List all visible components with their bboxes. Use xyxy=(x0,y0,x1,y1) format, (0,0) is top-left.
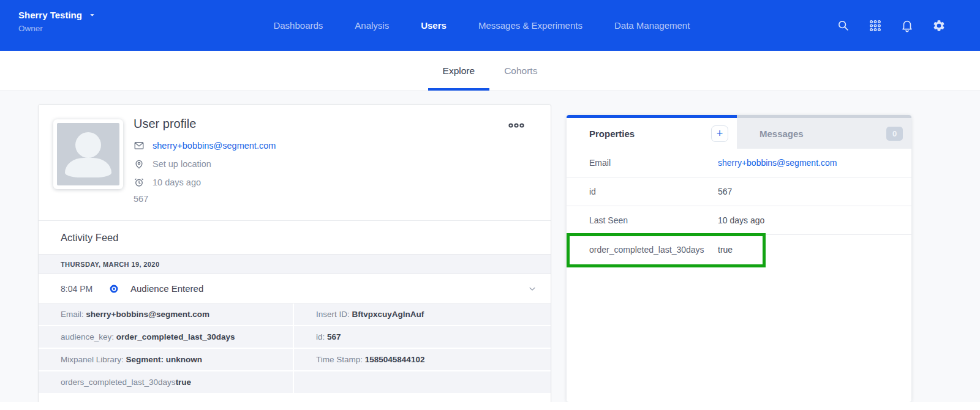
property-row-last-seen: Last Seen 10 days ago xyxy=(567,206,911,235)
project-role: Owner xyxy=(18,24,96,33)
avatar-silhouette-head xyxy=(75,132,101,158)
property-row-email: Email sherry+bobbins@segment.com xyxy=(567,149,911,177)
activity-feed-header: Activity Feed xyxy=(39,220,551,255)
nav-messages-experiments[interactable]: Messages & Experiments xyxy=(478,20,582,31)
detail-cell-insert-id: Insert ID: BftvpxcuyAglnAuf xyxy=(294,304,551,325)
nav-users[interactable]: Users xyxy=(421,20,447,31)
location-pin-icon xyxy=(134,158,145,170)
tab-messages-label: Messages xyxy=(760,129,804,139)
profile-distinct-id: 567 xyxy=(134,194,276,204)
properties-card: Properties + Messages 0 Email sherry+bob… xyxy=(567,115,911,402)
nav-dashboards[interactable]: Dashboards xyxy=(273,20,323,31)
profile-last-seen: 10 days ago xyxy=(153,177,201,187)
project-switcher[interactable]: Sherry Testing Owner xyxy=(18,10,96,33)
detail-cell-mixpanel-library: Mixpanel Library: Segment: unknown xyxy=(39,349,293,370)
detail-cell-audience-key: audience_key: order_completed_last_30day… xyxy=(39,326,293,348)
nav-data-management[interactable]: Data Management xyxy=(614,20,690,31)
page-title: User profile xyxy=(134,117,276,131)
tab-cohorts[interactable]: Cohorts xyxy=(489,51,552,91)
tab-explore-label: Explore xyxy=(443,65,475,76)
detail-cell-id: id: 567 xyxy=(294,326,551,348)
tab-explore[interactable]: Explore xyxy=(428,51,490,91)
main-nav: Dashboards Analysis Users Messages & Exp… xyxy=(273,0,690,51)
tab-properties-label: Properties xyxy=(589,129,635,139)
set-up-location[interactable]: Set up location xyxy=(153,159,211,169)
settings-gear-icon[interactable] xyxy=(932,19,946,32)
user-profile-card: User profile sherry+bobbins@segment.com xyxy=(38,104,551,410)
add-property-button[interactable]: + xyxy=(711,125,728,142)
header-icons xyxy=(837,0,946,51)
detail-cell-email: Email: sherry+bobbins@segment.com xyxy=(39,304,293,325)
detail-cell-timestamp: Time Stamp: 1585045844102 xyxy=(294,349,551,370)
more-options-icon[interactable] xyxy=(508,122,525,129)
app-header: Sherry Testing Owner Dashboards Analysis… xyxy=(0,0,980,51)
search-icon[interactable] xyxy=(837,19,850,32)
content-area: User profile sherry+bobbins@segment.com xyxy=(0,91,980,410)
detail-cell-empty xyxy=(294,371,551,393)
messages-count-badge: 0 xyxy=(886,127,903,141)
property-row-order-completed: order_completed_last_30days true xyxy=(567,235,911,264)
detail-cell-orders-completed: orders_completed_last_30daystrue xyxy=(39,371,293,393)
notifications-bell-icon[interactable] xyxy=(900,19,914,32)
profile-header-section: User profile sherry+bobbins@segment.com xyxy=(39,105,551,220)
bottom-fade xyxy=(0,402,980,410)
audience-entered-icon xyxy=(110,285,118,293)
nav-analysis[interactable]: Analysis xyxy=(355,20,389,31)
avatar-silhouette-body xyxy=(65,158,111,177)
tab-cohorts-label: Cohorts xyxy=(504,65,537,76)
profile-email-link[interactable]: sherry+bobbins@segment.com xyxy=(153,141,276,151)
chevron-down-icon[interactable] xyxy=(527,284,537,294)
apps-grid-icon[interactable] xyxy=(869,19,882,32)
avatar xyxy=(53,119,123,189)
tab-properties[interactable]: Properties + xyxy=(567,115,737,149)
activity-event-row[interactable]: 8:04 PM Audience Entered xyxy=(39,274,551,304)
event-time: 8:04 PM xyxy=(61,284,101,294)
project-name: Sherry Testing xyxy=(18,10,82,20)
activity-feed-title: Activity Feed xyxy=(61,232,118,244)
event-details-table: Email: sherry+bobbins@segment.com Insert… xyxy=(39,304,551,393)
activity-date-header: THURSDAY, MARCH 19, 2020 xyxy=(39,255,551,274)
event-name: Audience Entered xyxy=(130,283,203,294)
caret-down-icon xyxy=(88,11,96,19)
property-row-id: id 567 xyxy=(567,177,911,206)
tab-messages[interactable]: Messages 0 xyxy=(737,115,911,149)
envelope-icon xyxy=(134,140,145,151)
property-email-link[interactable]: sherry+bobbins@segment.com xyxy=(718,158,837,168)
properties-tabs-strip: Properties + Messages 0 xyxy=(567,115,911,149)
subtab-bar: Explore Cohorts xyxy=(0,51,980,91)
clock-icon xyxy=(134,177,145,188)
